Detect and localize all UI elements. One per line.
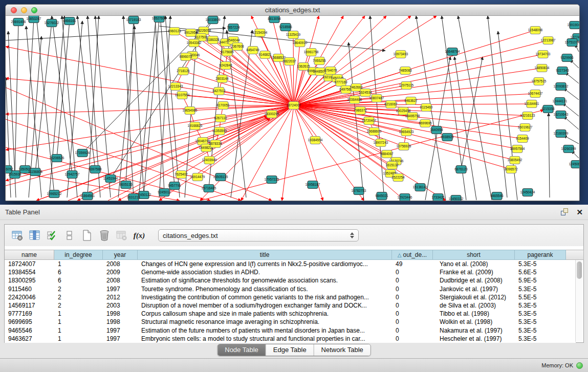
graph-node[interactable]: 18907243 [374,139,388,147]
graph-node[interactable]: 11548098 [528,27,543,34]
table-cell[interactable]: 0 [392,286,433,293]
graph-node[interactable]: 15527602 [152,16,167,23]
graph-edge[interactable] [498,31,517,200]
graph-edge[interactable] [6,77,11,198]
graph-node[interactable]: 11864561 [80,192,95,200]
graph-node[interactable]: 8813054 [268,16,281,23]
graph-node[interactable]: 1615132 [385,162,399,169]
graph-edge[interactable] [488,16,507,198]
table-cell[interactable]: 0 [392,310,433,317]
graph-node[interactable]: 19654923 [399,128,414,136]
table-cell[interactable]: 2008 [103,277,138,284]
graph-edge[interactable] [77,16,95,169]
table-cell[interactable]: 1997 [103,335,138,342]
graph-node[interactable]: 17359924 [75,149,90,157]
graph-edge[interactable] [123,16,134,198]
column-header-name[interactable]: name [5,250,54,260]
graph-node[interactable]: 8822037 [283,58,296,65]
graph-node[interactable]: 9457791 [168,182,181,190]
table-cell[interactable]: 2 [54,302,103,309]
graph-node[interactable]: 9242848 [219,62,232,70]
graph-node[interactable]: 9218586 [279,24,292,31]
table-cell[interactable]: Changes of HCN gene expression and I(f) … [138,260,392,268]
graph-node[interactable]: 18107554 [175,92,190,99]
graph-node[interactable]: 8267110 [214,115,227,122]
graph-node[interactable]: 6216067 [384,101,398,108]
graph-node[interactable]: 15716485 [202,185,216,192]
graph-node[interactable]: 12154394 [253,29,268,37]
table-cell[interactable]: 2008 [103,260,138,268]
column-header-out_de[interactable]: △out_de... [392,250,433,260]
graph-node[interactable]: 9699695 [419,120,432,127]
table-cell[interactable]: 5.3E-5 [515,327,566,334]
graph-edge[interactable] [186,57,294,105]
delete-table-icon[interactable] [114,228,129,243]
graph-node[interactable]: 20364486 [347,96,362,104]
graph-node[interactable]: 7955255 [313,57,326,65]
graph-node[interactable]: 6876123 [454,166,468,173]
table-cell[interactable]: 5.3E-5 [515,318,566,325]
table-cell[interactable]: 9699695 [5,318,54,325]
table-cell[interactable]: Investigating the contribution of common… [138,294,392,301]
graph-node[interactable]: 10674437 [528,90,543,98]
graph-node[interactable]: 9397588 [89,166,102,173]
table-cell[interactable]: 1 [54,260,103,268]
graph-node[interactable]: 19654985 [183,107,198,115]
graph-node[interactable]: 18640910 [293,39,308,47]
graph-node[interactable]: 9115460 [420,104,433,112]
close-panel-icon[interactable]: ✕ [576,208,583,216]
table-cell[interactable]: de Silva et al. (2003) [433,302,515,309]
network-window-titlebar[interactable]: citations_edges.txt [6,5,579,16]
float-window-icon[interactable] [561,208,569,216]
graph-edge[interactable] [52,16,72,174]
graph-node[interactable]: 16648784 [445,48,460,56]
graph-node[interactable]: 20691406 [11,18,26,26]
graph-node[interactable]: 9605135 [119,181,133,189]
table-cell[interactable]: 2009 [103,269,138,276]
graph-node[interactable]: 9631213 [127,194,140,201]
table-cell[interactable]: 5.6E-5 [515,269,566,276]
graph-node[interactable]: 12450424 [520,189,535,196]
graph-node[interactable]: 9154409 [516,135,529,143]
graph-node[interactable]: 10450332 [449,195,464,201]
graph-edge[interactable] [294,16,411,105]
table-cell[interactable]: 5.3E-5 [515,260,566,268]
table-vertical-scrollbar[interactable] [575,260,583,342]
table-cell[interactable]: 5.3E-5 [515,310,566,317]
graph-node[interactable]: 6794078 [324,67,337,75]
table-cell[interactable]: 9777169 [5,310,54,317]
table-cell[interactable]: Genome-wide association studies in ADHD. [138,269,392,276]
table-cell[interactable]: 0 [392,302,433,309]
zoom-window-icon[interactable] [31,7,37,13]
table-cell[interactable]: Structural magnetic resonance image aver… [138,318,392,325]
graph-edge[interactable] [192,55,294,105]
table-cell[interactable]: Wolkin et al. (1998) [433,318,515,325]
graph-node[interactable]: 16019627 [518,124,533,132]
graph-node[interactable]: 12213343 [168,83,183,91]
graph-node[interactable]: 11353593 [212,127,227,135]
table-cell[interactable]: Jankovic et al. (1997) [433,286,515,293]
graph-node[interactable]: 8938923 [441,134,454,141]
graph-node[interactable]: 9329966 [560,54,574,62]
table-cell[interactable]: 9115460 [5,286,54,293]
table-cell[interactable]: Tourette syndrome. Phenomenology and cla… [138,286,392,293]
graph-edge[interactable] [68,118,269,201]
function-builder-icon[interactable]: f(x) [132,228,147,243]
table-cell[interactable]: Nakamura et al. (1997) [433,327,515,334]
graph-node[interactable]: 16782753 [352,187,366,195]
table-cell[interactable]: 0 [392,327,433,334]
graph-node[interactable]: 10853287 [27,16,41,23]
table-cell[interactable]: 1 [54,335,103,342]
graph-node[interactable]: 8960123 [168,28,181,35]
minimize-window-icon[interactable] [21,7,27,13]
table-cell[interactable]: 1 [54,327,103,334]
graph-node[interactable]: 19384554 [308,137,323,144]
table-cell[interactable]: Embryonic stem cells: a model to study s… [138,335,392,342]
table-cell[interactable]: Estimation of significance thresholds fo… [138,277,392,284]
graph-node[interactable]: 1733426 [431,194,445,201]
graph-node[interactable]: 15720407 [362,117,377,125]
graph-node[interactable]: 7485083 [399,67,412,75]
table-cell[interactable]: 0 [392,318,433,325]
column-header-in_degree[interactable]: in_degree [54,250,103,260]
graph-edge[interactable] [57,21,70,158]
